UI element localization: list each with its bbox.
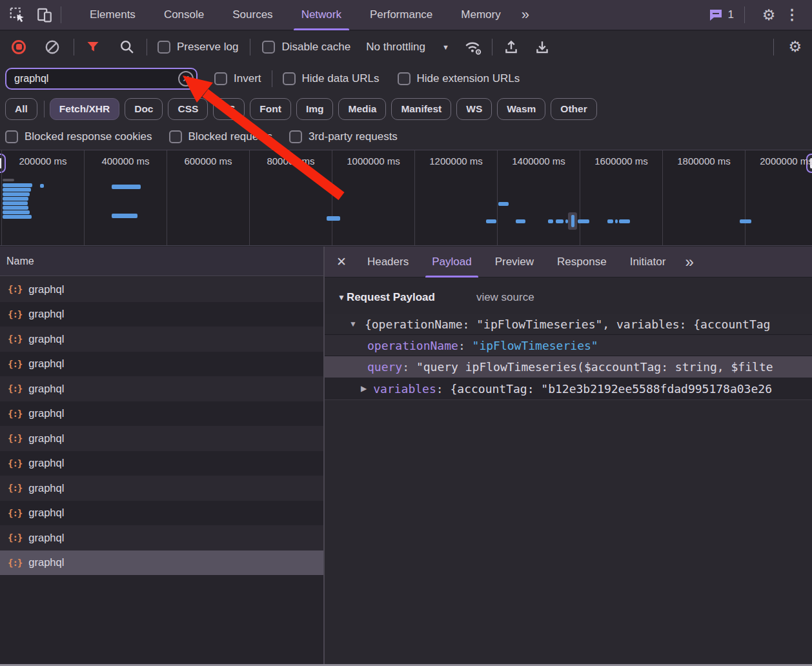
payload-variables-row[interactable]: ▶ variables: {accountTag: "b12e3b2192ee5… [325, 378, 812, 400]
disable-cache-checkbox[interactable]: Disable cache [262, 41, 350, 54]
inspect-cursor-icon [9, 6, 26, 23]
details-tab-initiator[interactable]: Initiator [618, 247, 678, 278]
request-row[interactable]: {:}graphql [0, 376, 323, 401]
close-icon[interactable]: ✕ [325, 254, 356, 269]
request-row[interactable]: {:}graphql [0, 277, 323, 302]
request-row[interactable]: {:}graphql [0, 352, 323, 377]
fetch-xhr-icon: {:} [8, 309, 22, 319]
waterfall-bar [571, 215, 574, 227]
payload-query-row[interactable]: query: "query ipFlowTimeseries($accountT… [325, 356, 812, 378]
colon: : [436, 382, 451, 396]
fetch-xhr-icon: {:} [8, 483, 22, 493]
tab-memory[interactable]: Memory [447, 0, 514, 30]
chip-img[interactable]: Img [296, 98, 334, 120]
timeline-label: 1000000 ms [347, 156, 400, 246]
hide-extension-urls-checkbox[interactable]: Hide extension URLs [398, 72, 520, 85]
tab-sources[interactable]: Sources [218, 0, 287, 30]
third-party-requests-label: 3rd-party requests [309, 130, 398, 143]
request-name: graphql [28, 308, 64, 320]
network-conditions-button[interactable] [463, 37, 483, 57]
chip-font[interactable]: Font [250, 98, 291, 120]
clear-filter-icon[interactable]: ✕ [178, 71, 194, 86]
inspect-element-icon[interactable] [8, 5, 27, 25]
request-payload-section-header[interactable]: ▼ Request Payload view source [325, 287, 812, 308]
fetch-xhr-icon: {:} [8, 558, 22, 568]
payload-operation-row[interactable]: operationName: "ipFlowTimeseries" [325, 335, 812, 356]
clear-network-log-button[interactable] [43, 37, 62, 57]
request-row[interactable]: {:}graphql [0, 501, 323, 526]
chip-js[interactable]: JS [213, 98, 245, 120]
request-row[interactable]: {:}graphql [0, 451, 323, 476]
network-toolbar: Preserve log Disable cache No throttling… [0, 31, 812, 63]
tab-network[interactable]: Network [287, 0, 356, 30]
request-row[interactable]: {:}graphql [0, 327, 323, 352]
details-tab-preview[interactable]: Preview [483, 247, 545, 278]
blocked-response-cookies-checkbox[interactable]: Blocked response cookies [5, 130, 152, 143]
waterfall-bar [619, 219, 630, 223]
chip-fetch-xhr[interactable]: Fetch/XHR [50, 98, 119, 120]
details-tab-headers[interactable]: Headers [356, 247, 420, 278]
payload-root-row[interactable]: ▼ {operationName: "ipFlowTimeseries", va… [325, 314, 812, 335]
blocked-requests-label: Blocked requests [188, 130, 272, 143]
record-icon [12, 40, 26, 54]
checkbox-icon [398, 72, 411, 85]
request-row[interactable]: {:}graphql [0, 302, 323, 327]
request-row[interactable]: {:}graphql [0, 401, 323, 427]
timeline-label: 2000000 ms [760, 156, 812, 246]
blocked-requests-checkbox[interactable]: Blocked requests [169, 130, 272, 143]
tab-console[interactable]: Console [150, 0, 218, 30]
details-tab-response[interactable]: Response [545, 247, 618, 278]
filter-input[interactable] [5, 68, 198, 90]
waterfall-bar [327, 216, 340, 221]
third-party-requests-checkbox[interactable]: 3rd-party requests [289, 130, 398, 143]
request-row[interactable]: {:}graphql [0, 550, 323, 576]
chip-manifest[interactable]: Manifest [391, 98, 451, 120]
hide-data-urls-checkbox[interactable]: Hide data URLs [283, 72, 380, 85]
waterfall-bar [40, 184, 44, 188]
timeline-label: 1200000 ms [429, 156, 483, 246]
more-tabs-icon[interactable]: » [515, 6, 536, 23]
chip-wasm[interactable]: Wasm [497, 98, 545, 120]
request-name: graphql [28, 283, 64, 296]
issues-message-icon[interactable] [706, 5, 726, 25]
blocked-response-cookies-label: Blocked response cookies [25, 130, 152, 143]
request-row[interactable]: {:}graphql [0, 525, 323, 550]
chip-doc[interactable]: Doc [125, 98, 163, 120]
details-tab-payload[interactable]: Payload [420, 247, 483, 278]
waterfall-bar [3, 192, 30, 196]
name-column-header[interactable]: Name [0, 247, 323, 276]
request-name: graphql [28, 383, 64, 395]
device-toolbar-icon[interactable] [35, 5, 54, 25]
invert-checkbox[interactable]: Invert [214, 72, 261, 85]
more-details-tabs-icon[interactable]: » [677, 253, 701, 271]
filter-toggle-button[interactable] [83, 37, 103, 57]
waterfall-bar [615, 219, 618, 223]
chip-media[interactable]: Media [338, 98, 386, 120]
request-row[interactable]: {:}graphql [0, 476, 323, 501]
settings-gear-icon[interactable]: ⚙ [759, 5, 778, 25]
preserve-log-checkbox[interactable]: Preserve log [157, 41, 238, 54]
view-source-link[interactable]: view source [476, 291, 534, 304]
import-har-button[interactable] [502, 37, 521, 57]
chip-css[interactable]: CSS [168, 98, 208, 120]
chip-all[interactable]: All [5, 98, 37, 120]
tab-performance[interactable]: Performance [356, 0, 447, 30]
export-har-button[interactable] [533, 37, 552, 57]
chip-ws[interactable]: WS [456, 98, 492, 120]
waterfall-bar [3, 179, 14, 181]
request-name: graphql [28, 482, 64, 494]
network-overview-timeline[interactable]: 200000 ms400000 ms600000 ms800000 ms1000… [0, 150, 812, 246]
checkbox-icon [5, 130, 18, 143]
fetch-xhr-icon: {:} [8, 532, 22, 543]
network-settings-gear-icon[interactable]: ⚙ [788, 39, 802, 54]
payload-key: query [325, 360, 402, 374]
record-network-log-button[interactable] [9, 37, 28, 57]
tab-elements[interactable]: Elements [76, 0, 150, 30]
timeline-column-1800000-ms: 1800000 ms [662, 150, 745, 246]
kebab-menu-icon[interactable]: ⋮ [778, 6, 806, 23]
chip-other[interactable]: Other [551, 98, 596, 120]
request-row[interactable]: {:}graphql [0, 426, 323, 451]
search-button[interactable] [117, 37, 136, 57]
throttling-dropdown[interactable]: No throttling ▼ [366, 41, 449, 54]
checkbox-icon [214, 72, 227, 85]
